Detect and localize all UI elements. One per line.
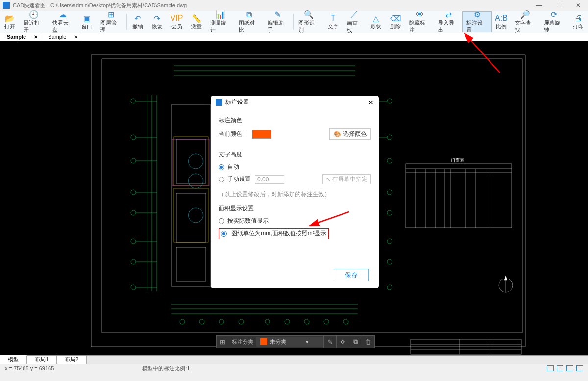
status-icon-3[interactable] bbox=[566, 365, 573, 371]
toolbar-open[interactable]: 📂打开 bbox=[0, 12, 20, 32]
svg-point-52 bbox=[239, 319, 244, 324]
status-icon-2[interactable] bbox=[557, 365, 564, 371]
svg-point-54 bbox=[285, 319, 290, 324]
svg-rect-40 bbox=[176, 139, 206, 183]
save-button[interactable]: 保存 bbox=[334, 269, 369, 281]
toolbar-delete[interactable]: ⌫删除 bbox=[386, 12, 405, 32]
toolbar-compare[interactable]: ⧉图纸对比 bbox=[235, 12, 264, 32]
toolbar-io[interactable]: ⇄导入导出 bbox=[434, 12, 463, 32]
tab-close-icon[interactable]: ✕ bbox=[74, 34, 78, 40]
cloud-icon: ☁ bbox=[58, 10, 68, 19]
svg-point-53 bbox=[265, 319, 270, 324]
annotation-class-dropdown[interactable]: 未分类▾ bbox=[256, 337, 323, 347]
toolbar-layer[interactable]: ⊞图层管理 bbox=[97, 12, 125, 32]
svg-point-12 bbox=[131, 158, 136, 163]
settings-note: （以上设置修改后，对新添加的标注生效） bbox=[219, 190, 371, 199]
layout-tab-0[interactable]: 模型 bbox=[0, 355, 27, 364]
mm-radio[interactable] bbox=[221, 231, 227, 237]
toolbar-undo[interactable]: ↶撤销 bbox=[128, 12, 147, 32]
layout-tab-1[interactable]: 布局1 bbox=[27, 356, 57, 364]
svg-point-30 bbox=[387, 210, 392, 215]
doc-tab-0[interactable]: Sample✕ bbox=[0, 33, 41, 41]
real-value-radio[interactable] bbox=[219, 218, 224, 224]
auto-label: 自动 bbox=[227, 163, 239, 171]
svg-point-49 bbox=[180, 319, 185, 324]
grid-icon[interactable]: ⊞ bbox=[216, 335, 229, 348]
shape-icon: △ bbox=[371, 13, 381, 23]
rotate-icon: ⟳ bbox=[549, 10, 559, 19]
status-icon-1[interactable] bbox=[547, 365, 554, 371]
auto-radio[interactable] bbox=[219, 164, 224, 170]
svg-point-29 bbox=[387, 190, 392, 195]
dialog-close-button[interactable]: ✕ bbox=[368, 99, 374, 106]
toolbar-stats[interactable]: 📊测量统计 bbox=[206, 12, 235, 32]
toolbar-vip[interactable]: VIP会员 bbox=[167, 12, 187, 32]
status-bar: x = 75485 y = 69165 模型中的标注比例:1 bbox=[0, 364, 588, 373]
window-icon: ▣ bbox=[82, 13, 92, 23]
toolbar-recog[interactable]: 🔍图形识别 bbox=[294, 12, 323, 32]
svg-point-15 bbox=[131, 239, 136, 244]
maximize-button[interactable]: ☐ bbox=[549, 0, 568, 11]
measure-icon: 📏 bbox=[192, 13, 201, 23]
window-title: CAD快速看图 - C:\Users\admin\Desktop\优化备用素材\… bbox=[13, 2, 187, 9]
svg-point-32 bbox=[387, 259, 392, 264]
coordinates: x = 75485 y = 69165 bbox=[5, 365, 54, 371]
choose-color-button[interactable]: 🎨选择颜色 bbox=[329, 128, 371, 140]
tab-close-icon[interactable]: ✕ bbox=[34, 34, 38, 40]
toolbar-hide[interactable]: 👁隐藏标注 bbox=[405, 12, 434, 32]
stats-icon: 📊 bbox=[216, 10, 225, 19]
minimize-button[interactable]: — bbox=[529, 0, 549, 11]
toolbar-scale[interactable]: A:B比例 bbox=[491, 12, 511, 32]
document-tabs: Sample✕Sample✕ bbox=[0, 33, 588, 41]
screen-pick-button[interactable]: ↖在屏幕中指定 bbox=[322, 174, 371, 184]
doc-tab-1[interactable]: Sample✕ bbox=[41, 33, 81, 41]
svg-point-57 bbox=[343, 319, 348, 324]
colorwheel-icon: 🎨 bbox=[334, 131, 341, 138]
vip-icon: VIP bbox=[172, 13, 182, 23]
delete-icon[interactable]: 🗑 bbox=[362, 335, 374, 348]
highlighted-option: 图纸单位为mm,面积数值按照m²显示 bbox=[219, 228, 329, 239]
copy-icon[interactable]: ⧉ bbox=[349, 335, 362, 348]
toolbar-redo[interactable]: ↷恢复 bbox=[147, 12, 167, 32]
toolbar-rotate[interactable]: ⟳屏幕旋转 bbox=[540, 12, 569, 32]
print-icon: 🖨 bbox=[573, 13, 583, 23]
recog-icon: 🔍 bbox=[304, 10, 314, 19]
svg-rect-45 bbox=[172, 139, 209, 186]
svg-rect-39 bbox=[172, 105, 211, 286]
manual-value-input[interactable]: 0.00 bbox=[255, 175, 284, 184]
pointer-icon: ↖ bbox=[326, 176, 331, 183]
window-controls: — ☐ ✕ bbox=[529, 0, 588, 11]
toolbar-window[interactable]: ▣窗口 bbox=[77, 12, 97, 32]
toolbar-measure[interactable]: 📏测量 bbox=[187, 12, 206, 32]
toolbar-cloud[interactable]: ☁快看云盘 bbox=[49, 12, 77, 32]
svg-point-11 bbox=[131, 135, 136, 140]
layer-icon: ⊞ bbox=[106, 10, 116, 19]
close-button[interactable]: ✕ bbox=[568, 0, 588, 11]
toolbar-print[interactable]: 🖨打印 bbox=[568, 12, 588, 32]
status-icon-4[interactable] bbox=[576, 365, 583, 371]
svg-rect-41 bbox=[176, 193, 206, 242]
svg-point-33 bbox=[387, 285, 392, 290]
toolbar-dimset[interactable]: ⚙标注设置 bbox=[463, 12, 491, 32]
toolbar-line[interactable]: ／画直线 bbox=[343, 12, 367, 32]
svg-point-31 bbox=[387, 239, 392, 244]
toolbar-find[interactable]: 🔎文字查找 bbox=[511, 12, 540, 32]
svg-point-10 bbox=[131, 99, 136, 103]
recent-icon: 🕘 bbox=[29, 10, 39, 19]
find-icon: 🔎 bbox=[520, 10, 530, 19]
toolbar-shape[interactable]: △形状 bbox=[366, 12, 386, 32]
toolbar-edit[interactable]: ✎编辑助手 bbox=[264, 12, 293, 32]
svg-rect-61 bbox=[406, 164, 512, 228]
dialog-title-text: 标注设置 bbox=[225, 98, 249, 106]
move-icon[interactable]: ✥ bbox=[336, 335, 349, 348]
manual-radio[interactable] bbox=[219, 177, 224, 182]
compare-icon: ⧉ bbox=[244, 10, 254, 19]
toolbar-recent[interactable]: 🕘最近打开 bbox=[20, 12, 49, 32]
dimset-icon: ⚙ bbox=[472, 10, 482, 19]
svg-point-14 bbox=[131, 210, 136, 215]
svg-point-13 bbox=[131, 190, 136, 195]
svg-point-16 bbox=[131, 259, 136, 264]
toolbar-text[interactable]: T文字 bbox=[323, 12, 343, 32]
layout-tab-2[interactable]: 布局2 bbox=[57, 356, 87, 364]
edit-icon[interactable]: ✎ bbox=[323, 335, 336, 348]
